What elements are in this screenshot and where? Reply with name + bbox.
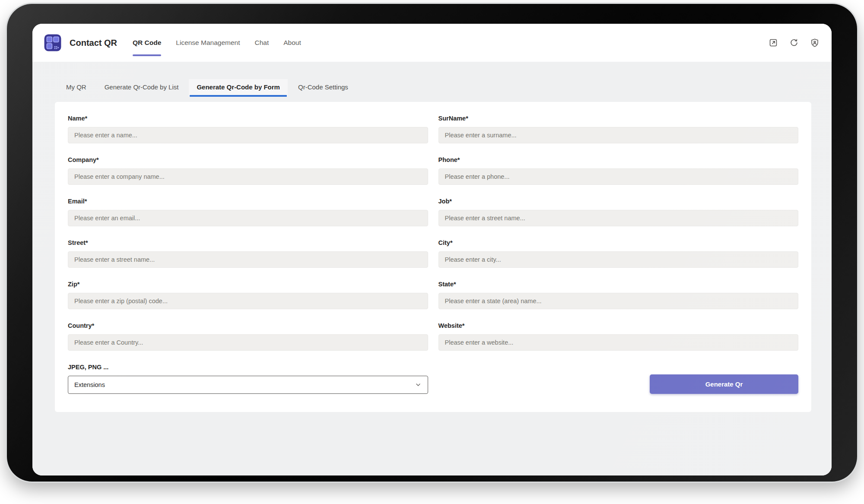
field-label: Phone* bbox=[438, 156, 799, 163]
shield-person-icon[interactable] bbox=[809, 37, 820, 48]
tab-label: Generate Qr-Code by List bbox=[105, 83, 179, 91]
contact-form: Name* SurName* Company* Phone* bbox=[68, 115, 798, 351]
field-label: Company* bbox=[68, 156, 428, 163]
generate-qr-button[interactable]: Generate Qr bbox=[650, 374, 798, 394]
tab-generate-by-form[interactable]: Generate Qr-Code by Form bbox=[189, 79, 288, 97]
email-input[interactable] bbox=[68, 210, 428, 226]
field-name: Name* bbox=[68, 115, 428, 143]
nav-item-label: License Management bbox=[176, 39, 240, 47]
field-city: City* bbox=[438, 239, 799, 268]
tab-generate-by-list[interactable]: Generate Qr-Code by List bbox=[97, 79, 187, 97]
country-input[interactable] bbox=[68, 334, 428, 351]
field-label: State* bbox=[438, 281, 799, 288]
extensions-dropdown[interactable]: Extensions bbox=[68, 376, 428, 394]
field-label: SurName* bbox=[438, 115, 799, 122]
field-label: Name* bbox=[68, 115, 428, 122]
app-nav: QR Code License Management Chat About bbox=[133, 24, 301, 62]
tab-qr-code-settings[interactable]: Qr-Code Settings bbox=[290, 79, 356, 97]
street-input[interactable] bbox=[68, 251, 428, 268]
nav-item-about[interactable]: About bbox=[283, 24, 301, 62]
name-input[interactable] bbox=[68, 127, 428, 143]
form-bottom-row: JPEG, PNG ... Extensions Generate Qr bbox=[68, 364, 798, 394]
field-label: Website* bbox=[438, 322, 799, 329]
nav-item-label: About bbox=[283, 39, 301, 47]
state-input[interactable] bbox=[438, 293, 799, 309]
form-card: Name* SurName* Company* Phone* bbox=[55, 102, 811, 412]
field-label: Job* bbox=[438, 198, 799, 205]
job-input[interactable] bbox=[438, 210, 799, 226]
refresh-icon[interactable] bbox=[788, 37, 800, 48]
field-zip: Zip* bbox=[68, 281, 428, 309]
tab-label: Qr-Code Settings bbox=[298, 83, 348, 91]
nav-item-label: Chat bbox=[255, 39, 269, 47]
extensions-label: JPEG, PNG ... bbox=[68, 364, 428, 371]
nav-item-chat[interactable]: Chat bbox=[255, 24, 269, 62]
active-nav-underline bbox=[133, 54, 161, 56]
field-state: State* bbox=[438, 281, 799, 309]
phone-input[interactable] bbox=[438, 168, 799, 185]
chevron-down-icon bbox=[415, 381, 422, 388]
open-in-new-window-icon[interactable] bbox=[768, 37, 779, 48]
company-input[interactable] bbox=[68, 168, 428, 185]
header-actions bbox=[768, 37, 820, 48]
surname-input[interactable] bbox=[438, 127, 799, 143]
content-area: My QR Generate Qr-Code by List Generate … bbox=[32, 62, 832, 475]
contact-qr-app-icon bbox=[44, 34, 62, 52]
field-label: Country* bbox=[68, 322, 428, 329]
tablet-bezel: Contact QR QR Code License Management Ch… bbox=[7, 4, 857, 482]
tab-my-qr[interactable]: My QR bbox=[58, 79, 94, 97]
field-country: Country* bbox=[68, 322, 428, 351]
field-company: Company* bbox=[68, 156, 428, 185]
field-phone: Phone* bbox=[438, 156, 799, 185]
field-email: Email* bbox=[68, 198, 428, 226]
qr-tab-bar: My QR Generate Qr-Code by List Generate … bbox=[32, 62, 832, 97]
field-label: Zip* bbox=[68, 281, 428, 288]
app-header: Contact QR QR Code License Management Ch… bbox=[32, 24, 832, 62]
nav-item-qr-code[interactable]: QR Code bbox=[133, 24, 161, 62]
zip-input[interactable] bbox=[68, 293, 428, 309]
field-surname: SurName* bbox=[438, 115, 799, 143]
field-job: Job* bbox=[438, 198, 799, 226]
nav-item-license-management[interactable]: License Management bbox=[176, 24, 240, 62]
active-tab-underline bbox=[190, 95, 287, 97]
city-input[interactable] bbox=[438, 251, 799, 268]
website-input[interactable] bbox=[438, 334, 799, 351]
field-label: Street* bbox=[68, 239, 428, 246]
field-extensions: JPEG, PNG ... Extensions bbox=[68, 364, 428, 394]
app-title: Contact QR bbox=[70, 38, 117, 48]
tab-label: My QR bbox=[66, 83, 86, 91]
field-street: Street* bbox=[68, 239, 428, 268]
extensions-dropdown-value: Extensions bbox=[74, 381, 105, 388]
app-screen: Contact QR QR Code License Management Ch… bbox=[32, 24, 832, 475]
field-website: Website* bbox=[438, 322, 799, 351]
field-label: Email* bbox=[68, 198, 428, 205]
nav-item-label: QR Code bbox=[133, 39, 161, 47]
field-label: City* bbox=[438, 239, 799, 246]
tab-label: Generate Qr-Code by Form bbox=[197, 83, 280, 91]
